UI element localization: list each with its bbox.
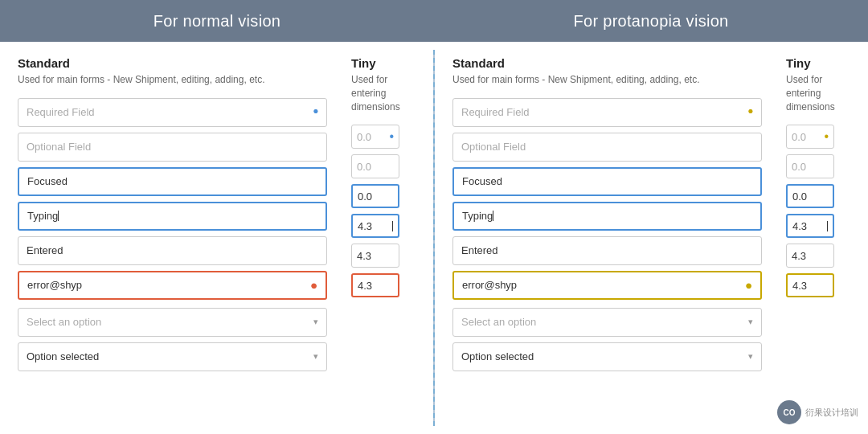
normal-select-placeholder[interactable]: Select an option ▾ bbox=[18, 308, 327, 337]
normal-standard-fields: Required Field • Optional Field Focused … bbox=[18, 98, 327, 300]
normal-select-group: Select an option ▾ Option selected ▾ bbox=[18, 308, 327, 371]
header-right: For protanopia vision bbox=[434, 0, 868, 42]
proto-selected-label: Option selected bbox=[461, 350, 534, 362]
proto-tiny-error-val: 4.3 bbox=[792, 280, 807, 292]
proto-tiny-desc: Used for entering dimensions bbox=[786, 73, 850, 113]
proto-error-label: error@shyp bbox=[462, 279, 517, 291]
normal-standard-desc: Used for main forms - New Shipment, edit… bbox=[18, 73, 327, 87]
proto-tiny-column: Tiny Used for entering dimensions 0.0 • … bbox=[786, 56, 850, 420]
proto-typing-field[interactable]: Typing bbox=[452, 202, 762, 231]
watermark-circle: CO bbox=[777, 400, 801, 424]
proto-standard-desc: Used for main forms - New Shipment, edit… bbox=[452, 73, 762, 87]
normal-optional-field[interactable]: Optional Field bbox=[18, 133, 327, 162]
normal-tiny-typing-val: 4.3 bbox=[358, 220, 372, 232]
proto-tiny-error[interactable]: 4.3 bbox=[786, 273, 834, 297]
proto-tiny-typing[interactable]: 4.3 bbox=[786, 214, 834, 238]
normal-tiny-desc: Used for entering dimensions bbox=[351, 73, 416, 113]
normal-tiny-required[interactable]: 0.0 • bbox=[351, 125, 399, 149]
protanopia-vision-section: Standard Used for main forms - New Shipm… bbox=[435, 42, 868, 434]
proto-select-placeholder[interactable]: Select an option ▾ bbox=[452, 308, 762, 337]
proto-tiny-title: Tiny bbox=[786, 56, 850, 70]
proto-tiny-entered[interactable]: 4.3 bbox=[786, 244, 834, 268]
normal-focused-label: Focused bbox=[27, 175, 68, 187]
watermark-label: 衍果设计培训 bbox=[805, 407, 858, 419]
normal-selected-label: Option selected bbox=[27, 350, 99, 362]
proto-tiny-entered-val: 4.3 bbox=[792, 250, 806, 262]
proto-typing-label: Typing bbox=[462, 210, 493, 222]
normal-tiny-entered-val: 4.3 bbox=[357, 250, 371, 262]
proto-tiny-optional-val: 0.0 bbox=[792, 161, 806, 173]
proto-select-selected[interactable]: Option selected ▾ bbox=[452, 342, 762, 371]
normal-tiny-optional[interactable]: 0.0 bbox=[351, 154, 399, 178]
header-left: For normal vision bbox=[0, 0, 434, 42]
proto-tiny-required[interactable]: 0.0 • bbox=[786, 125, 834, 149]
normal-tiny-error-val: 4.3 bbox=[358, 280, 372, 292]
proto-entered-field[interactable]: Entered bbox=[452, 236, 762, 265]
error-icon: ● bbox=[310, 278, 317, 292]
proto-standard-column: Standard Used for main forms - New Shipm… bbox=[452, 56, 762, 420]
normal-entered-field[interactable]: Entered bbox=[18, 236, 327, 265]
header-left-title: For normal vision bbox=[154, 12, 280, 31]
proto-tiny-optional[interactable]: 0.0 bbox=[786, 154, 834, 178]
normal-tiny-typing[interactable]: 4.3 bbox=[351, 214, 399, 238]
proto-tiny-required-val: 0.0 bbox=[792, 131, 806, 143]
proto-tiny-cursor-icon bbox=[827, 221, 828, 231]
normal-standard-column: Standard Used for main forms - New Shipm… bbox=[18, 56, 327, 420]
normal-tiny-title: Tiny bbox=[351, 56, 416, 70]
cursor-icon bbox=[58, 211, 59, 221]
proto-required-field[interactable]: Required Field • bbox=[452, 98, 762, 127]
proto-tiny-typing-val: 4.3 bbox=[792, 220, 807, 232]
proto-standard-title: Standard bbox=[452, 56, 762, 70]
proto-chevron-down-icon: ▾ bbox=[748, 317, 753, 327]
proto-required-label: Required Field bbox=[461, 106, 530, 118]
proto-entered-label: Entered bbox=[461, 244, 498, 256]
normal-tiny-focused-val: 0.0 bbox=[358, 190, 372, 203]
proto-optional-label: Optional Field bbox=[461, 141, 526, 153]
main-content: Standard Used for main forms - New Shipm… bbox=[0, 42, 868, 434]
normal-required-field[interactable]: Required Field • bbox=[18, 98, 327, 127]
proto-select-group: Select an option ▾ Option selected ▾ bbox=[452, 308, 762, 371]
tiny-required-dot-icon: • bbox=[389, 130, 394, 143]
proto-tiny-focused[interactable]: 0.0 bbox=[786, 184, 834, 208]
normal-select-selected[interactable]: Option selected ▾ bbox=[18, 342, 327, 371]
normal-typing-field[interactable]: Typing bbox=[18, 202, 327, 231]
tiny-cursor-icon bbox=[392, 221, 393, 231]
normal-tiny-entered[interactable]: 4.3 bbox=[351, 244, 399, 268]
normal-typing-label: Typing bbox=[27, 210, 58, 222]
proto-focused-label: Focused bbox=[462, 175, 502, 187]
normal-tiny-required-val: 0.0 bbox=[357, 131, 371, 143]
normal-error-label: error@shyp bbox=[27, 279, 82, 291]
normal-tiny-optional-val: 0.0 bbox=[357, 161, 371, 173]
normal-optional-label: Optional Field bbox=[27, 141, 91, 153]
normal-select-label: Select an option bbox=[27, 316, 101, 328]
normal-tiny-focused[interactable]: 0.0 bbox=[351, 184, 399, 208]
normal-focused-field[interactable]: Focused bbox=[18, 167, 327, 196]
proto-error-icon: ● bbox=[745, 278, 752, 292]
proto-tiny-fields: 0.0 • 0.0 0.0 4.3 bbox=[786, 125, 850, 297]
proto-optional-field[interactable]: Optional Field bbox=[452, 133, 762, 162]
proto-focused-field[interactable]: Focused bbox=[452, 167, 762, 196]
normal-entered-label: Entered bbox=[27, 244, 63, 256]
proto-cursor-icon bbox=[493, 211, 493, 221]
chevron-down-icon: ▾ bbox=[313, 317, 318, 327]
header-right-title: For protanopia vision bbox=[573, 12, 728, 31]
normal-error-field[interactable]: error@shyp ● bbox=[18, 271, 327, 300]
proto-select-label: Select an option bbox=[461, 316, 536, 328]
proto-tiny-focused-val: 0.0 bbox=[792, 190, 807, 203]
watermark: CO 衍果设计培训 bbox=[777, 400, 858, 424]
normal-tiny-column: Tiny Used for entering dimensions 0.0 • … bbox=[351, 56, 416, 420]
proto-tiny-required-dot-icon: • bbox=[824, 130, 829, 143]
normal-standard-title: Standard bbox=[18, 56, 327, 70]
header: For normal vision For protanopia vision bbox=[0, 0, 868, 42]
normal-required-label: Required Field bbox=[27, 106, 95, 118]
watermark-circle-text: CO bbox=[784, 408, 796, 417]
proto-required-dot-icon: • bbox=[748, 104, 753, 121]
proto-standard-fields: Required Field • Optional Field Focused … bbox=[452, 98, 762, 300]
required-dot-icon: • bbox=[313, 104, 318, 121]
normal-tiny-fields: 0.0 • 0.0 0.0 4.3 bbox=[351, 125, 416, 297]
chevron-down-icon-2: ▾ bbox=[313, 351, 318, 362]
normal-tiny-error[interactable]: 4.3 bbox=[351, 273, 399, 297]
proto-chevron-down-icon-2: ▾ bbox=[748, 351, 753, 362]
proto-error-field[interactable]: error@shyp ● bbox=[452, 271, 762, 300]
normal-vision-section: Standard Used for main forms - New Shipm… bbox=[0, 42, 433, 434]
